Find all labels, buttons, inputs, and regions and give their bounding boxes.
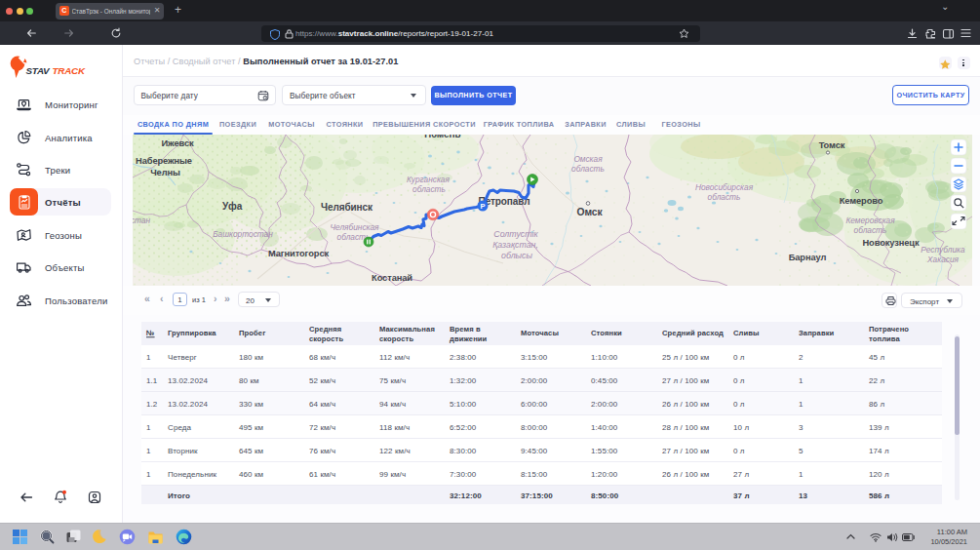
svg-text:область: область	[412, 184, 446, 194]
svg-text:Набережные: Набережные	[136, 156, 192, 166]
svg-text:стан: стан	[133, 216, 151, 225]
svg-text:Новокузнецк: Новокузнецк	[862, 238, 919, 248]
svg-text:Барнаул: Барнаул	[789, 253, 827, 262]
svg-text:Костанай: Костанай	[372, 273, 412, 283]
svg-text:Ижевск: Ижевск	[161, 138, 193, 148]
svg-text:Новосибирская: Новосибирская	[695, 182, 754, 192]
svg-text:Кемеровская: Кемеровская	[845, 216, 895, 225]
svg-text:Хакасия: Хакасия	[926, 255, 959, 264]
svg-text:STAV: STAV	[26, 65, 52, 76]
svg-text:Томск: Томск	[819, 140, 845, 150]
svg-text:TRACK: TRACK	[53, 65, 86, 76]
svg-text:Челябинск: Челябинск	[321, 202, 373, 213]
svg-text:Омск: Омск	[577, 207, 604, 217]
svg-text:Қазақстан,: Қазақстан,	[492, 240, 538, 250]
svg-text:Тюмень: Тюмень	[423, 135, 461, 139]
svg-text:Курганская: Курганская	[407, 175, 450, 184]
svg-text:область: область	[571, 164, 605, 174]
svg-text:Челябинская: Челябинская	[331, 222, 380, 232]
svg-text:Солтустік: Солтустік	[493, 229, 538, 239]
svg-text:Магнитогорск: Магнитогорск	[268, 249, 330, 258]
svg-text:облысы: облысы	[501, 251, 532, 260]
svg-text:P: P	[480, 202, 485, 211]
svg-text:Кемерово: Кемерово	[840, 196, 883, 206]
svg-text:область: область	[854, 225, 887, 235]
svg-text:Челны: Челны	[150, 168, 180, 177]
svg-text:Уфа: Уфа	[222, 201, 243, 212]
svg-text:Башкортостан: Башкортостан	[213, 229, 273, 239]
svg-text:Республика: Республика	[921, 245, 965, 255]
svg-text:область: область	[708, 192, 741, 202]
svg-text:Омская: Омская	[573, 154, 603, 164]
